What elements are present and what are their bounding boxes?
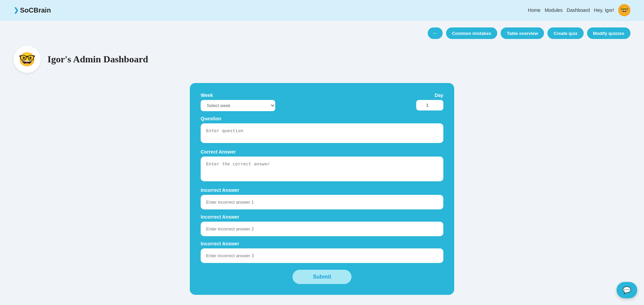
day-column: Day <box>416 93 443 110</box>
back-button[interactable]: ← <box>428 27 443 39</box>
day-input[interactable] <box>416 100 443 110</box>
day-label: Day <box>416 93 443 98</box>
incorrect-answer-2-input[interactable] <box>201 222 443 236</box>
submit-row: Submit <box>201 270 443 284</box>
avatar[interactable]: 🤓 <box>618 4 630 16</box>
table-overview-button[interactable]: Table overview <box>501 27 544 39</box>
dashboard-top: ← Common mistakes Table overview Create … <box>0 21 644 83</box>
incorrect-answer-1-input[interactable] <box>201 195 443 209</box>
incorrect-answer-2-section: Incorrect Answer <box>201 214 443 236</box>
nav-user-area: Home Modules Dashboard Hey, Igor! 🤓 <box>528 4 630 16</box>
week-select[interactable]: Select week <box>201 100 275 111</box>
create-quiz-button[interactable]: Create quiz <box>547 27 583 39</box>
common-mistakes-button[interactable]: Common mistakes <box>446 27 498 39</box>
incorrect-answer-1-section: Incorrect Answer <box>201 187 443 209</box>
nav-home[interactable]: Home <box>528 7 541 13</box>
incorrect-answer-3-input[interactable] <box>201 248 443 263</box>
dashboard-user-row: 🤓 Igor's Admin Dashboard <box>14 46 630 73</box>
correct-answer-label: Correct Answer <box>201 149 443 155</box>
action-buttons: ← Common mistakes Table overview Create … <box>14 27 630 39</box>
logo[interactable]: ❯ SoCBrain <box>14 6 51 14</box>
logo-arrow-icon: ❯ <box>14 6 19 14</box>
modify-quizzes-button[interactable]: Modify quizzes <box>587 27 630 39</box>
week-column: Week Select week <box>201 93 416 111</box>
week-day-row: Week Select week Day <box>201 93 443 111</box>
submit-button[interactable]: Submit <box>293 270 351 284</box>
question-label: Question <box>201 116 443 121</box>
nav-dashboard[interactable]: Dashboard <box>567 7 590 13</box>
incorrect-answer-1-label: Incorrect Answer <box>201 187 443 193</box>
quiz-form-card: Week Select week Day Question Correct An… <box>190 83 454 295</box>
incorrect-answer-2-label: Incorrect Answer <box>201 214 443 220</box>
incorrect-answer-3-label: Incorrect Answer <box>201 241 443 246</box>
logo-text: SoCBrain <box>20 6 51 14</box>
header: ❯ SoCBrain Home Modules Dashboard Hey, I… <box>0 0 644 21</box>
week-label: Week <box>201 93 416 98</box>
main-content: Week Select week Day Question Correct An… <box>0 83 644 305</box>
question-textarea[interactable] <box>201 123 443 143</box>
nav-modules[interactable]: Modules <box>545 7 563 13</box>
nav-greeting: Hey, Igor! <box>594 7 614 13</box>
correct-answer-section: Correct Answer <box>201 149 443 183</box>
chat-button[interactable]: 💬 <box>617 282 637 298</box>
correct-answer-textarea[interactable] <box>201 157 443 181</box>
dashboard-avatar: 🤓 <box>14 46 41 73</box>
incorrect-answer-3-section: Incorrect Answer <box>201 241 443 263</box>
question-section: Question <box>201 116 443 144</box>
dashboard-title: Igor's Admin Dashboard <box>47 54 148 65</box>
